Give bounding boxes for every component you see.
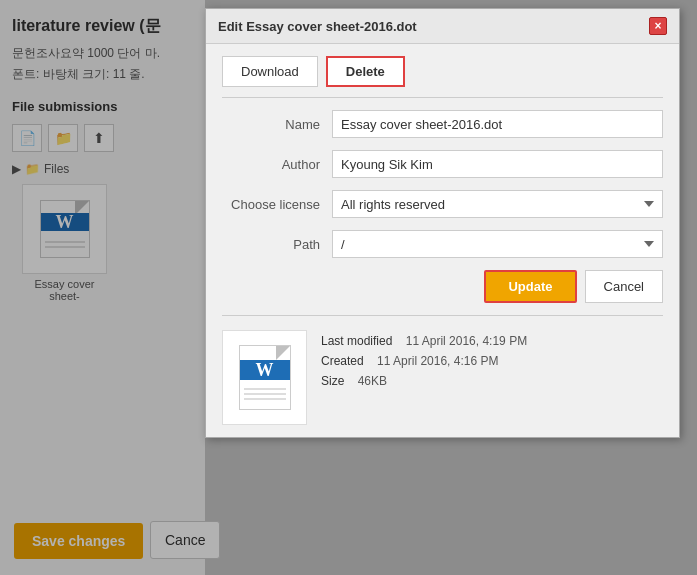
file-thumbnail: W [222, 330, 307, 425]
doc-line-2 [244, 393, 286, 395]
path-form-row: Path / [222, 230, 663, 258]
last-modified-label: Last modified [321, 334, 392, 348]
license-form-row: Choose license All rights reserved Creat… [222, 190, 663, 218]
modal-title: Edit Essay cover sheet-2016.dot [218, 19, 417, 34]
name-form-row: Name [222, 110, 663, 138]
file-metadata: Last modified 11 April 2016, 4:19 PM Cre… [321, 330, 663, 394]
cancel-modal-button[interactable]: Cancel [585, 270, 663, 303]
license-select[interactable]: All rights reserved Creative Commons Pub… [332, 190, 663, 218]
doc-corner [276, 346, 290, 360]
doc-icon: W [239, 345, 291, 410]
doc-line-3 [244, 398, 286, 400]
form-actions-row: Update Cancel [222, 270, 663, 316]
update-button[interactable]: Update [484, 270, 576, 303]
delete-button[interactable]: Delete [326, 56, 405, 87]
doc-w-letter: W [256, 360, 274, 381]
name-input[interactable] [332, 110, 663, 138]
action-buttons-row: Download Delete [222, 56, 663, 98]
modal-header: Edit Essay cover sheet-2016.dot × [206, 9, 679, 44]
license-label: Choose license [222, 197, 332, 212]
size-value: 46KB [358, 374, 387, 388]
author-form-row: Author [222, 150, 663, 178]
path-label: Path [222, 237, 332, 252]
path-select[interactable]: / [332, 230, 663, 258]
doc-banner: W [240, 360, 290, 380]
size-row: Size 46KB [321, 374, 663, 388]
download-button[interactable]: Download [222, 56, 318, 87]
last-modified-row: Last modified 11 April 2016, 4:19 PM [321, 334, 663, 348]
author-label: Author [222, 157, 332, 172]
doc-lines [244, 388, 286, 403]
modal-close-button[interactable]: × [649, 17, 667, 35]
created-row: Created 11 April 2016, 4:16 PM [321, 354, 663, 368]
size-label: Size [321, 374, 344, 388]
doc-line-1 [244, 388, 286, 390]
name-label: Name [222, 117, 332, 132]
file-info-section: W Last modified 11 April 2016, 4:19 PM [222, 330, 663, 425]
last-modified-value: 11 April 2016, 4:19 PM [406, 334, 527, 348]
modal-body: Download Delete Name Author Choose licen… [206, 44, 679, 437]
edit-file-modal: Edit Essay cover sheet-2016.dot × Downlo… [205, 8, 680, 438]
created-value: 11 April 2016, 4:16 PM [377, 354, 498, 368]
author-input[interactable] [332, 150, 663, 178]
created-label: Created [321, 354, 364, 368]
